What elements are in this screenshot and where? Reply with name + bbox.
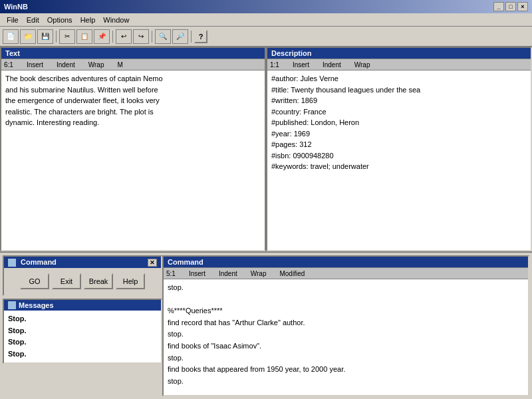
minimize-button[interactable]: _: [493, 2, 504, 11]
menu-bar: File Edit Options Help Window: [0, 13, 532, 27]
maximize-button[interactable]: □: [505, 2, 516, 11]
command-small-label: Command: [8, 258, 57, 267]
text-status-insert: Insert: [27, 61, 43, 68]
text-panel-title: Text: [1, 48, 265, 59]
menu-file[interactable]: File: [3, 15, 23, 25]
desc-status-insert: Insert: [293, 61, 309, 68]
messages-content: Stop. Stop. Stop. Stop.: [4, 311, 161, 362]
toolbar-search-button[interactable]: 🔍: [155, 29, 171, 44]
message-line-3: Stop.: [8, 336, 157, 348]
text-status-indent: Indent: [57, 61, 75, 68]
cmd-status-position: 5:1: [166, 270, 176, 277]
break-button[interactable]: Break: [84, 273, 113, 289]
menu-options[interactable]: Options: [43, 15, 76, 25]
toolbar-separator-2: [112, 31, 113, 43]
bottom-panels: Command ✕ GO Exit Break Help Messages: [0, 253, 532, 399]
description-panel-statusbar: 1:1 Insert Indent Wrap: [267, 59, 531, 70]
message-line-2: Stop.: [8, 325, 157, 337]
cmd-status-modified: Modified: [279, 270, 305, 277]
toolbar-separator-4: [191, 31, 192, 43]
description-panel: Description 1:1 Insert Indent Wrap #auth…: [266, 47, 532, 251]
text-panel: Text 6:1 Insert Indent Wrap M The book d…: [0, 47, 266, 251]
command-big-statusbar: 5:1 Insert Indent Wrap Modified: [164, 267, 528, 279]
desc-status-wrap: Wrap: [354, 61, 370, 68]
text-status-wrap: Wrap: [88, 61, 104, 68]
messages-label: Messages: [19, 301, 54, 309]
menu-help[interactable]: Help: [76, 15, 100, 25]
description-panel-content[interactable]: #author: Jules Verne #title: Twenty thou…: [267, 70, 531, 250]
text-status-position: 6:1: [4, 61, 13, 68]
message-line-4: Stop.: [8, 348, 157, 360]
toolbar-separator-1: [56, 31, 57, 43]
messages-icon: [8, 301, 16, 309]
title-bar-buttons: _ □ ×: [493, 2, 528, 11]
go-button[interactable]: GO: [20, 273, 49, 289]
command-small-panel: Command ✕ GO Exit Break Help: [3, 255, 162, 296]
toolbar-paste-button[interactable]: 📌: [94, 29, 110, 44]
text-panel-statusbar: 6:1 Insert Indent Wrap M: [1, 59, 265, 70]
desc-status-position: 1:1: [270, 61, 279, 68]
menu-edit[interactable]: Edit: [23, 15, 43, 25]
right-panel-group: Command 5:1 Insert Indent Wrap Modified …: [160, 253, 532, 399]
cmd-status-indent: Indent: [219, 270, 237, 277]
command-icon: [8, 259, 16, 267]
command-small-close-button[interactable]: ✕: [148, 259, 157, 267]
messages-title: Messages: [4, 300, 161, 311]
toolbar-cut-button[interactable]: ✂: [59, 29, 75, 44]
toolbar-save-button[interactable]: 💾: [37, 29, 53, 44]
command-small-title: Command ✕: [4, 257, 161, 268]
command-big-content[interactable]: stop. %****Queries**** find record that …: [164, 279, 528, 395]
cmd-status-wrap: Wrap: [251, 270, 267, 277]
toolbar-help-button[interactable]: ?: [194, 30, 207, 43]
description-panel-title: Description: [267, 48, 531, 59]
app-title: WinNB: [4, 3, 28, 11]
text-panel-content[interactable]: The book describes adventures of captain…: [1, 70, 265, 250]
toolbar-open-button[interactable]: 📁: [20, 29, 36, 44]
text-status-extra: M: [117, 61, 122, 68]
main-area: Text 6:1 Insert Indent Wrap M The book d…: [0, 47, 532, 399]
cmd-status-insert: Insert: [189, 270, 205, 277]
toolbar-undo-button[interactable]: ↩: [116, 29, 132, 44]
toolbar-separator-3: [152, 31, 152, 43]
messages-panel: Messages Stop. Stop. Stop. Stop.: [3, 299, 162, 364]
title-bar: WinNB _ □ ×: [0, 0, 532, 13]
menu-window[interactable]: Window: [99, 15, 133, 25]
toolbar: 📄 📁 💾 ✂ 📋 📌 ↩ ↪ 🔍 🔎 ?: [0, 27, 532, 47]
command-big-panel: Command 5:1 Insert Indent Wrap Modified …: [162, 255, 529, 396]
toolbar-new-button[interactable]: 📄: [3, 29, 19, 44]
command-buttons: GO Exit Break Help: [4, 268, 161, 295]
message-line-1: Stop.: [8, 313, 157, 325]
left-panel-group: Command ✕ GO Exit Break Help Messages: [0, 253, 160, 399]
help-button[interactable]: Help: [116, 273, 145, 289]
toolbar-redo-button[interactable]: ↪: [133, 29, 149, 44]
toolbar-search2-button[interactable]: 🔎: [172, 29, 188, 44]
desc-status-indent: Indent: [323, 61, 341, 68]
command-big-title: Command: [164, 257, 528, 267]
exit-button[interactable]: Exit: [52, 273, 81, 289]
close-button[interactable]: ×: [517, 2, 528, 11]
top-panels: Text 6:1 Insert Indent Wrap M The book d…: [0, 47, 532, 253]
toolbar-copy-button[interactable]: 📋: [76, 29, 92, 44]
